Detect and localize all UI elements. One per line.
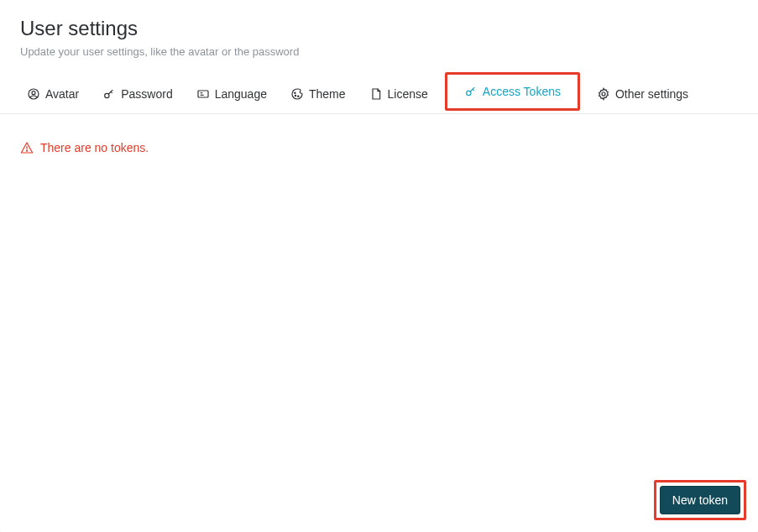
tab-other-settings[interactable]: Other settings (585, 79, 700, 109)
tab-label: Password (121, 87, 172, 101)
tab-label: Theme (309, 87, 346, 101)
svg-point-14 (26, 150, 27, 151)
avatar-icon (27, 87, 40, 101)
gear-icon (597, 87, 610, 101)
new-token-highlight: New token (654, 480, 746, 520)
page-subtitle: Update your user settings, like the avat… (20, 45, 738, 58)
user-settings-modal: User settings Update your user settings,… (0, 0, 758, 532)
tab-bar: Avatar Password Language Theme License (0, 68, 758, 114)
svg-point-8 (295, 92, 295, 93)
close-button[interactable] (723, 23, 738, 39)
svg-point-3 (32, 91, 35, 95)
page-title: User settings (20, 17, 738, 40)
tab-access-tokens[interactable]: Access Tokens (445, 72, 580, 111)
empty-state-warning: There are no tokens. (20, 141, 738, 154)
tab-license[interactable]: License (358, 79, 440, 109)
warning-text: There are no tokens. (40, 141, 149, 154)
tab-password[interactable]: Password (91, 79, 184, 109)
tab-theme[interactable]: Theme (279, 79, 358, 109)
tab-label: Other settings (615, 87, 688, 101)
tab-content: There are no tokens. (0, 114, 758, 532)
key-icon (102, 87, 116, 101)
tab-avatar[interactable]: Avatar (15, 79, 91, 109)
warning-icon (20, 141, 34, 154)
language-icon (196, 87, 210, 101)
svg-point-9 (295, 95, 295, 96)
svg-point-12 (602, 92, 605, 96)
svg-point-10 (298, 96, 299, 96)
key-icon (464, 85, 478, 98)
tab-label: Language (215, 87, 267, 101)
tab-label: License (388, 87, 428, 101)
svg-rect-5 (198, 91, 208, 97)
tab-label: Avatar (45, 87, 79, 101)
modal-header: User settings Update your user settings,… (0, 0, 758, 68)
new-token-button[interactable]: New token (660, 486, 740, 514)
license-icon (369, 87, 383, 101)
theme-icon (290, 87, 304, 101)
tab-language[interactable]: Language (185, 79, 279, 109)
tab-label: Access Tokens (483, 85, 561, 98)
